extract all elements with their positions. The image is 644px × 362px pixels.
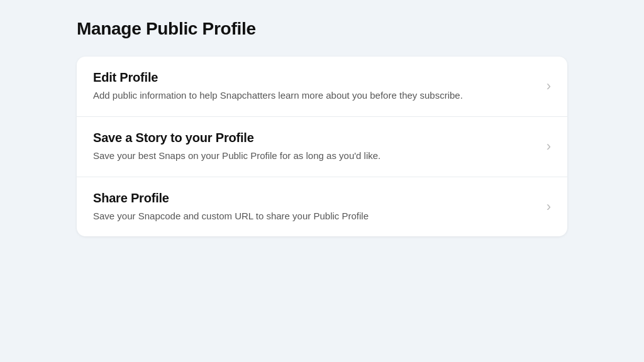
chevron-right-icon: › — [547, 140, 551, 153]
page-title: Manage Public Profile — [77, 19, 567, 39]
menu-item-save-story[interactable]: Save a Story to your Profile Save your b… — [77, 117, 567, 177]
menu-item-edit-profile-description: Add public information to help Snapchatt… — [93, 89, 536, 102]
menu-item-edit-profile[interactable]: Edit Profile Add public information to h… — [77, 57, 567, 117]
menu-item-edit-profile-title: Edit Profile — [93, 70, 536, 85]
menu-item-save-story-description: Save your best Snaps on your Public Prof… — [93, 149, 536, 163]
menu-item-share-profile-description: Save your Snapcode and custom URL to sha… — [93, 209, 536, 223]
menu-item-edit-profile-content: Edit Profile Add public information to h… — [93, 70, 547, 102]
menu-item-share-profile-content: Share Profile Save your Snapcode and cus… — [93, 191, 547, 223]
chevron-right-icon: › — [547, 200, 551, 214]
chevron-right-icon: › — [547, 79, 551, 93]
menu-item-share-profile-title: Share Profile — [93, 191, 536, 206]
menu-item-save-story-title: Save a Story to your Profile — [93, 131, 536, 145]
menu-item-share-profile[interactable]: Share Profile Save your Snapcode and cus… — [77, 177, 567, 237]
menu-item-save-story-content: Save a Story to your Profile Save your b… — [93, 131, 547, 163]
menu-card: Edit Profile Add public information to h… — [77, 57, 567, 236]
page-container: Manage Public Profile Edit Profile Add p… — [52, 0, 592, 255]
